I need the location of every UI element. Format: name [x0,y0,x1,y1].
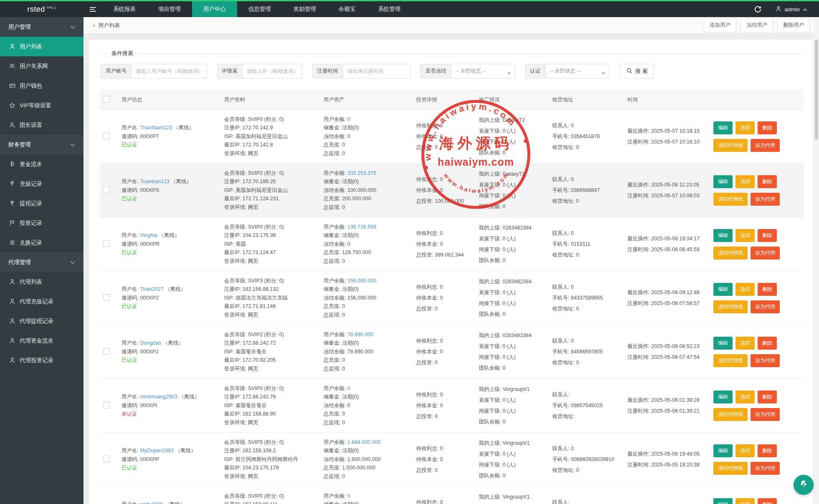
sidebar-item[interactable]: 用户关系网 [0,56,83,76]
nav-item-4[interactable]: 信息管理 [237,1,282,17]
action-删除-button[interactable]: 删除 [758,229,777,242]
action-编辑-button[interactable]: 编辑 [713,229,733,242]
action-编辑-button[interactable]: 编辑 [713,444,733,457]
username-link[interactable]: Vinghia [140,232,157,238]
action-编辑-button[interactable]: 编辑 [713,175,733,188]
sidebar-item[interactable]: 代理投资记录 [0,350,83,370]
action-删除-button[interactable]: 删除 [758,444,777,457]
notification-bell-button[interactable] [794,475,814,495]
sidebar-item[interactable]: 投资记录 [0,213,83,233]
action-冻结代理线-button[interactable]: 冻结代理线 [713,193,748,206]
action-设为代理-button[interactable]: 设为代理 [751,247,780,260]
row-checkbox[interactable] [103,294,110,301]
row-checkbox[interactable] [103,402,110,408]
sidebar-item[interactable]: 代理资金流水 [0,331,83,350]
cell-line: 邀请码: 000XPI [121,401,217,410]
toolbar-button[interactable]: 添加用户 [704,18,736,33]
sidebar-group-3[interactable]: 代理管理 [0,252,83,272]
action-设为代理-button[interactable]: 设为代理 [751,354,780,367]
scrollbar-thumb[interactable] [815,40,818,140]
cell-line: 最后IP: 162.158.88.90 [224,410,317,418]
action-冻结-button[interactable]: 冻结 [736,498,755,504]
注册时间-input[interactable] [343,64,410,78]
sidebar-item[interactable]: 团长设置 [0,115,83,135]
sidebar-item[interactable]: 提现记录 [0,194,83,213]
action-冻结代理线-button[interactable]: 冻结代理线 [713,408,748,421]
cell-line: 直接下级: 0 (人) [479,126,546,136]
toolbar-button[interactable]: 冻结用户 [741,18,773,33]
username-link[interactable]: Tuantran123 [140,179,169,184]
action-编辑-button[interactable]: 编辑 [713,391,733,403]
cell-line: 总充值: 129.750.000 [324,248,410,257]
sidebar-item[interactable]: VIP等级设置 [0,96,83,115]
action-设为代理-button[interactable]: 设为代理 [751,300,780,313]
nav-item-5[interactable]: 奖励管理 [282,1,327,17]
toolbar-button[interactable]: 删除用户 [777,18,810,33]
username-link[interactable]: Dungdao [140,340,161,346]
action-删除-button[interactable]: 删除 [758,391,777,403]
action-冻结-button[interactable]: 冻结 [736,229,755,242]
row-checkbox[interactable] [103,240,110,247]
action-编辑-button[interactable]: 编辑 [713,283,733,296]
action-删除-button[interactable]: 删除 [758,283,777,296]
action-冻结-button[interactable]: 冻结 [736,175,755,188]
action-冻结-button[interactable]: 冻结 [736,121,755,134]
username-link[interactable]: Thanhlam123 [140,125,172,131]
username-link[interactable]: minhhoang2503 [140,394,177,400]
username-link[interactable]: MyDuyen1983 [140,448,174,454]
action-冻结代理线-button[interactable]: 冻结代理线 [713,247,748,260]
row-checkbox[interactable] [103,133,110,139]
app-logo[interactable]: rstedTP5.1 [0,1,83,17]
action-删除-button[interactable]: 删除 [758,121,777,134]
username-link[interactable]: andy4386 [140,501,163,504]
sidebar-item[interactable]: 充值记录 [0,174,83,194]
cell-line: 收货地址: 0 [552,249,621,260]
action-设为代理-button[interactable]: 设为代理 [751,462,780,475]
action-编辑-button[interactable]: 编辑 [713,337,733,350]
username-link[interactable]: Thao2027 [140,286,163,292]
action-冻结-button[interactable]: 冻结 [736,337,755,350]
sidebar-item[interactable]: 资金流水 [0,154,83,174]
action-冻结-button[interactable]: 冻结 [736,444,755,457]
action-设为代理-button[interactable]: 设为代理 [751,139,780,152]
admin-menu[interactable]: admin [776,6,807,13]
sidebar-item[interactable]: 兑换记录 [0,233,83,252]
action-设为代理-button[interactable]: 设为代理 [751,408,780,421]
sidebar-item[interactable]: 代理充值记录 [0,292,83,311]
nav-item-7[interactable]: 系统管理 [367,1,412,17]
是否冻结-select[interactable]: -- 全部状态 -- [451,64,515,78]
action-设为代理-button[interactable]: 设为代理 [751,193,780,206]
sidebar-item[interactable]: 代理列表 [0,272,83,292]
select-all-checkbox[interactable] [103,96,110,103]
row-checkbox[interactable] [103,348,110,355]
search-button[interactable]: 搜 索 [619,64,655,78]
IP搜索-input[interactable] [243,64,302,78]
sidebar-item[interactable]: 用户列表 [0,37,83,56]
sidebar-toggle-icon[interactable] [83,1,102,17]
cell-line: 已认证 [121,302,217,311]
nav-item-2[interactable]: 项目管理 [147,1,192,17]
action-编辑-button[interactable]: 编辑 [713,121,733,134]
认证-select[interactable]: -- 全部状态 -- [546,64,609,78]
action-删除-button[interactable]: 删除 [758,337,777,350]
sidebar-group-2[interactable]: 财务管理 [0,135,83,154]
row-checkbox[interactable] [103,186,110,193]
sidebar-group-1[interactable]: 用户管理 [0,17,83,37]
action-冻结代理线-button[interactable]: 冻结代理线 [713,300,748,313]
action-冻结-button[interactable]: 冻结 [736,391,755,403]
action-编辑-button[interactable]: 编辑 [713,498,733,504]
sidebar-item[interactable]: 用户钱包 [0,76,83,96]
action-冻结代理线-button[interactable]: 冻结代理线 [713,354,748,367]
nav-item-6[interactable]: 余额宝 [327,1,367,17]
action-删除-button[interactable]: 删除 [758,175,777,188]
用户账号-input[interactable] [131,64,207,78]
nav-item-1[interactable]: 系统报表 [102,1,147,17]
nav-item-3[interactable]: 用户中心 [192,1,237,17]
action-冻结-button[interactable]: 冻结 [736,283,755,296]
action-冻结代理线-button[interactable]: 冻结代理线 [713,139,748,152]
action-冻结代理线-button[interactable]: 冻结代理线 [713,462,748,475]
action-删除-button[interactable]: 删除 [758,498,777,504]
refresh-icon[interactable] [754,6,761,13]
sidebar-item[interactable]: 代理提现记录 [0,311,83,331]
row-checkbox[interactable] [103,456,110,462]
